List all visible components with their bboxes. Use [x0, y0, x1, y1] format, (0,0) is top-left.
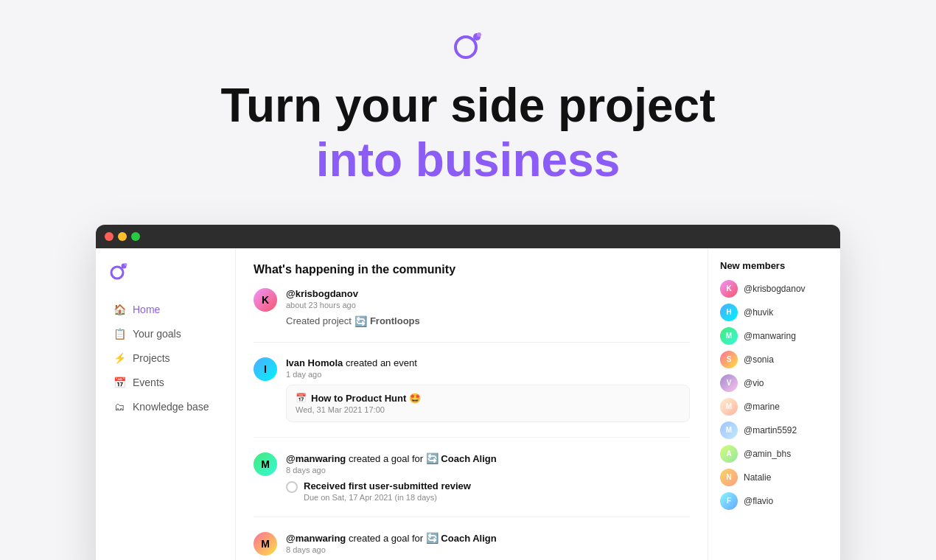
- member-avatar: M: [720, 421, 738, 439]
- member-name: @huvik: [744, 307, 773, 318]
- hero-title-line1: Turn your side project: [221, 80, 716, 131]
- window-close-button[interactable]: [105, 232, 113, 241]
- goal-item: Received first user-submitted review Due…: [286, 480, 690, 502]
- sidebar-item-knowledge-label: Knowledge base: [133, 401, 209, 413]
- activity-time: 8 days ago: [286, 545, 690, 554]
- member-name: @flavio: [744, 496, 773, 506]
- calendar-icon: 📅: [296, 393, 307, 403]
- knowledge-icon: 🗂: [113, 401, 125, 413]
- activity-body: Ivan Homola created an event 1 day ago 📅…: [286, 357, 690, 422]
- avatar: I: [254, 357, 277, 381]
- sidebar-item-knowledge-base[interactable]: 🗂 Knowledge base: [102, 395, 229, 419]
- sidebar: 🏠 Home 📋 Your goals ⚡ Projects 📅 Events …: [96, 248, 236, 560]
- member-name: @amin_bhs: [744, 449, 791, 459]
- window-maximize-button[interactable]: [131, 232, 140, 241]
- activity-item: K @krisbogdanov about 23 hours ago Creat…: [254, 288, 690, 343]
- activity-header: @krisbogdanov: [286, 288, 690, 299]
- browser-window: 🏠 Home 📋 Your goals ⚡ Projects 📅 Events …: [96, 225, 840, 560]
- activity-item: I Ivan Homola created an event 1 day ago…: [254, 357, 690, 438]
- member-name: @manwaring: [744, 331, 796, 341]
- member-avatar: K: [720, 280, 738, 298]
- home-icon: 🏠: [113, 304, 125, 315]
- member-avatar: M: [720, 327, 738, 345]
- goal-details: Received first user-submitted review Due…: [304, 480, 471, 502]
- goal-project-icon: 🔄: [426, 452, 439, 464]
- member-name: @krisbogdanov: [744, 284, 806, 294]
- event-card: 📅 How to Product Hunt 🤩 Wed, 31 Mar 2021…: [286, 385, 690, 422]
- svg-point-3: [111, 267, 123, 279]
- sidebar-item-projects-label: Projects: [133, 352, 170, 364]
- project-emoji: 🔄: [355, 315, 367, 327]
- activity-header: @manwaring created a goal for 🔄 Coach Al…: [286, 452, 690, 464]
- sidebar-item-projects[interactable]: ⚡ Projects: [102, 346, 229, 370]
- activity-time: 1 day ago: [286, 370, 690, 379]
- member-name: @marine: [744, 402, 780, 412]
- activity-body: @manwaring created a goal for 🔄 Coach Al…: [286, 532, 690, 560]
- activity-body: @krisbogdanov about 23 hours ago Created…: [286, 288, 690, 327]
- activity-body: @manwaring created a goal for 🔄 Coach Al…: [286, 452, 690, 502]
- member-avatar: M: [720, 398, 738, 416]
- goal-status-circle: [286, 481, 298, 493]
- event-title: 📅 How to Product Hunt 🤩: [296, 393, 680, 404]
- sidebar-item-your-goals[interactable]: 📋 Your goals: [102, 322, 229, 346]
- member-avatar: S: [720, 351, 738, 368]
- member-name: Natalie: [744, 472, 771, 483]
- event-date: Wed, 31 Mar 2021 17:00: [296, 405, 680, 414]
- browser-title-bar: [96, 225, 840, 248]
- member-item: N Natalie: [720, 469, 828, 486]
- activity-header: Ivan Homola created an event: [286, 357, 690, 368]
- activity-user: @manwaring: [286, 533, 346, 544]
- goal-project-icon: 🔄: [426, 532, 439, 544]
- activity-time: 8 days ago: [286, 466, 690, 475]
- member-item: S @sonia: [720, 351, 828, 368]
- member-avatar: V: [720, 374, 738, 392]
- sidebar-item-events[interactable]: 📅 Events: [102, 371, 229, 394]
- member-name: @sonia: [744, 354, 774, 365]
- activity-item: M @manwaring created a goal for 🔄 Coach …: [254, 532, 690, 560]
- member-name: @vio: [744, 378, 764, 388]
- goal-project-name: Coach Align: [441, 453, 496, 464]
- activity-time: about 23 hours ago: [286, 301, 690, 309]
- member-item: M @manwaring: [720, 327, 828, 345]
- activity-item: M @manwaring created a goal for 🔄 Coach …: [254, 452, 690, 517]
- goal-project-name: Coach Align: [441, 533, 496, 544]
- member-avatar: H: [720, 304, 738, 321]
- member-item: F @flavio: [720, 492, 828, 510]
- app-logo-icon: [449, 27, 487, 65]
- svg-point-5: [125, 263, 128, 266]
- right-sidebar: New members K @krisbogdanov H @huvik M @…: [708, 248, 840, 560]
- hero-section: Turn your side project into business: [0, 0, 936, 225]
- goal-due-date: Due on Sat, 17 Apr 2021 (in 18 days): [304, 493, 471, 502]
- svg-point-0: [455, 37, 476, 57]
- avatar: M: [254, 452, 277, 476]
- hero-title-line2: into business: [316, 134, 621, 186]
- member-avatar: F: [720, 492, 738, 510]
- activity-action-suffix: created an event: [346, 357, 417, 368]
- svg-point-2: [477, 32, 481, 37]
- avatar: M: [254, 532, 277, 556]
- member-item: M @marine: [720, 398, 828, 416]
- right-sidebar-title: New members: [720, 260, 828, 271]
- member-avatar: A: [720, 445, 738, 463]
- window-minimize-button[interactable]: [118, 232, 127, 241]
- member-item: V @vio: [720, 374, 828, 392]
- goals-icon: 📋: [113, 328, 125, 340]
- member-avatar: N: [720, 469, 738, 486]
- sidebar-item-home[interactable]: 🏠 Home: [102, 298, 229, 321]
- main-feed: What's happening in the community K @kri…: [236, 248, 708, 560]
- member-item: A @amin_bhs: [720, 445, 828, 463]
- activity-project-name: Frontloops: [370, 315, 420, 326]
- feed-section-title: What's happening in the community: [254, 263, 690, 276]
- member-item: H @huvik: [720, 304, 828, 321]
- events-icon: 📅: [113, 377, 125, 388]
- sidebar-logo: [96, 260, 235, 297]
- avatar: K: [254, 288, 277, 312]
- projects-icon: ⚡: [113, 352, 125, 364]
- activity-user: @krisbogdanov: [286, 288, 358, 299]
- activity-header: @manwaring created a goal for 🔄 Coach Al…: [286, 532, 690, 544]
- member-name: @martin5592: [744, 425, 797, 435]
- activity-user: Ivan Homola: [286, 357, 343, 368]
- sidebar-item-goals-label: Your goals: [133, 328, 181, 340]
- activity-user: @manwaring: [286, 453, 346, 464]
- goal-text: Received first user-submitted review: [304, 480, 471, 491]
